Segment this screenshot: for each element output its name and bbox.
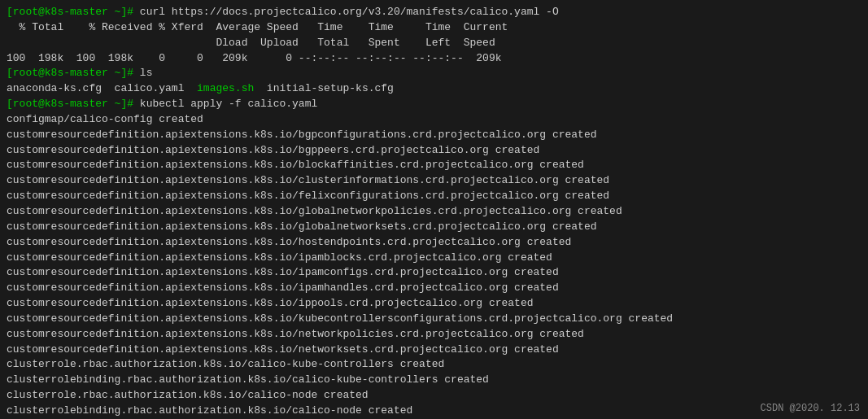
terminal-line: 100 198k 100 198k 0 0 209k 0 --:--:-- --…: [7, 51, 861, 67]
terminal-line: customresourcedefinition.apiextensions.k…: [7, 265, 861, 281]
terminal-line: customresourcedefinition.apiextensions.k…: [7, 235, 861, 251]
terminal-line: customresourcedefinition.apiextensions.k…: [7, 296, 861, 312]
terminal-line: customresourcedefinition.apiextensions.k…: [7, 143, 861, 159]
terminal-line: configmap/calico-config created: [7, 112, 861, 128]
terminal-line: [root@k8s-master ~]# kubectl apply -f ca…: [7, 97, 861, 112]
terminal-line: customresourcedefinition.apiextensions.k…: [7, 327, 861, 343]
terminal-line: Dload Upload Total Spent Left Speed: [7, 36, 861, 51]
terminal-line: customresourcedefinition.apiextensions.k…: [7, 220, 861, 235]
terminal-line: customresourcedefinition.apiextensions.k…: [7, 251, 861, 266]
terminal-line: customresourcedefinition.apiextensions.k…: [7, 343, 861, 358]
terminal-line: clusterrolebinding.rbac.authorization.k8…: [7, 373, 861, 388]
terminal-line: [root@k8s-master ~]# curl https://docs.p…: [7, 5, 861, 20]
terminal-line: [root@k8s-master ~]# ls: [7, 66, 861, 81]
terminal-line: clusterrole.rbac.authorization.k8s.io/ca…: [7, 388, 861, 404]
terminal-line: customresourcedefinition.apiextensions.k…: [7, 158, 861, 173]
terminal-line: customresourcedefinition.apiextensions.k…: [7, 312, 861, 327]
terminal-line: % Total % Received % Xferd Average Speed…: [7, 20, 861, 36]
terminal-output: [root@k8s-master ~]# curl https://docs.p…: [7, 5, 861, 419]
terminal-window: [root@k8s-master ~]# curl https://docs.p…: [0, 0, 868, 419]
terminal-line: customresourcedefinition.apiextensions.k…: [7, 128, 861, 143]
watermark: CSDN @2020. 12.13: [761, 403, 860, 414]
terminal-line: customresourcedefinition.apiextensions.k…: [7, 204, 861, 220]
terminal-line: customresourcedefinition.apiextensions.k…: [7, 173, 861, 189]
terminal-line: clusterrolebinding.rbac.authorization.k8…: [7, 404, 861, 419]
terminal-line: customresourcedefinition.apiextensions.k…: [7, 281, 861, 296]
terminal-line: customresourcedefinition.apiextensions.k…: [7, 189, 861, 204]
terminal-line: clusterrole.rbac.authorization.k8s.io/ca…: [7, 357, 861, 373]
terminal-line: anaconda-ks.cfg calico.yaml images.sh in…: [7, 81, 861, 97]
